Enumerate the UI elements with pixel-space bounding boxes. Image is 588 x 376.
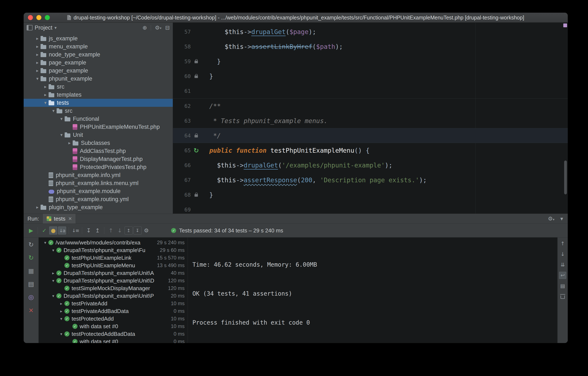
project-tree-item[interactable]: ▾tests bbox=[24, 99, 173, 107]
editor-line[interactable]: 57 $this->drupalGet($page); bbox=[173, 24, 568, 39]
chevron-right-icon[interactable]: ▸ bbox=[34, 36, 41, 41]
next-failed-test-icon[interactable]: ↓ bbox=[116, 226, 124, 234]
pin-tab-icon[interactable]: ◎ bbox=[27, 293, 35, 301]
test-tree-item[interactable]: ✓testPhpUnitExampleLink15 s 570 ms bbox=[39, 254, 188, 262]
import-test-results-icon[interactable]: ↧ bbox=[134, 226, 142, 234]
editor-line[interactable]: 68 } bbox=[173, 187, 568, 202]
chevron-right-icon[interactable]: ▸ bbox=[42, 92, 49, 97]
test-tree-item[interactable]: ✓with data set #00 ms bbox=[39, 338, 188, 343]
navigate-down-icon[interactable]: ↓ bbox=[559, 251, 566, 258]
collapse-all-icon[interactable]: ↥ bbox=[94, 226, 102, 234]
chevron-down-icon[interactable]: ▾ bbox=[50, 248, 56, 253]
project-tree-item[interactable]: ▾Unit bbox=[24, 131, 173, 139]
chevron-right-icon[interactable]: ▸ bbox=[34, 60, 41, 65]
project-tree-item[interactable]: ProtectedPrivatesTest.php bbox=[24, 163, 173, 171]
test-tree-item[interactable]: ▾✓Drupal\Tests\phpunit_example\Fu29 s 60… bbox=[39, 246, 188, 254]
close-tab-icon[interactable]: × bbox=[68, 215, 72, 222]
chevron-right-icon[interactable]: ▸ bbox=[34, 44, 41, 49]
project-tree-item[interactable]: ▾phpunit_example bbox=[24, 75, 173, 83]
hide-panel-icon[interactable]: ▾ bbox=[560, 215, 563, 222]
stop-icon[interactable]: ■ bbox=[27, 267, 35, 275]
run-tab-tests[interactable]: tests × bbox=[43, 214, 76, 223]
project-tree-item[interactable]: ▸js_example bbox=[24, 34, 173, 43]
editor-scrollbar[interactable] bbox=[564, 161, 567, 194]
project-tree-item[interactable]: ▸menu_example bbox=[24, 43, 173, 51]
close-window-button[interactable] bbox=[28, 15, 33, 20]
chevron-down-icon[interactable]: ▾ bbox=[34, 76, 41, 81]
editor-line[interactable]: 63 * Tests phpunit_example menus. bbox=[173, 113, 568, 128]
zoom-window-button[interactable] bbox=[45, 15, 50, 20]
editor-line[interactable]: 62 /** bbox=[173, 98, 568, 113]
locate-file-icon[interactable]: ⊕ bbox=[143, 24, 147, 31]
project-tree-item[interactable]: ▾src bbox=[24, 107, 173, 115]
test-tree-item[interactable]: ▸✓Drupal\Tests\phpunit_example\Unit\A40 … bbox=[39, 269, 188, 277]
show-ignored-icon[interactable]: ● bbox=[49, 226, 57, 234]
chevron-down-icon[interactable]: ▾ bbox=[42, 240, 48, 245]
minimize-window-button[interactable] bbox=[36, 15, 42, 20]
chevron-down-icon[interactable]: ▾ bbox=[58, 316, 64, 321]
export-test-results-icon[interactable]: ↥ bbox=[125, 226, 133, 234]
editor-line[interactable]: 59 } bbox=[173, 54, 568, 69]
sort-alphabetically-icon[interactable]: ↓a bbox=[58, 226, 66, 234]
rerun-icon[interactable]: ↻ bbox=[27, 241, 35, 248]
test-console-output[interactable]: Time: 46.62 seconds, Memory: 6.00MBOK (3… bbox=[188, 237, 557, 343]
test-tree-item[interactable]: ▾✓/var/www/web/modules/contrib/exa29 s 2… bbox=[39, 239, 188, 246]
navigate-up-icon[interactable]: ↑ bbox=[559, 240, 566, 247]
project-tree-item[interactable]: ▸pager_example bbox=[24, 66, 173, 75]
project-tree-item[interactable]: ▸plugin_type_example bbox=[24, 203, 173, 211]
project-tree-item[interactable]: phpunit_example.info.yml bbox=[24, 171, 173, 179]
test-tree-item[interactable]: ✓testPhpUnitExampleMenu13 s 490 ms bbox=[39, 262, 188, 269]
editor-line[interactable]: 64 */ bbox=[173, 128, 568, 143]
close-icon[interactable]: × bbox=[27, 306, 35, 314]
collapse-all-icon[interactable]: ⊟ bbox=[165, 24, 170, 31]
print-icon[interactable]: ▤ bbox=[559, 282, 566, 289]
run-test-gutter-icon[interactable]: ↻ bbox=[193, 147, 199, 154]
editor-line[interactable]: 67 $this->assertResponse(200, 'Descripti… bbox=[173, 173, 568, 187]
chevron-right-icon[interactable]: ▸ bbox=[34, 68, 41, 73]
chevron-right-icon[interactable]: ▸ bbox=[66, 140, 73, 145]
console-output-icon[interactable]: ▤ bbox=[27, 280, 35, 288]
test-tree-item[interactable]: ✓testSimpleMockDisplayManager120 ms bbox=[39, 284, 188, 292]
chevron-down-icon[interactable]: ▾ bbox=[58, 116, 65, 122]
settings-icon[interactable]: ⚙▾ bbox=[155, 24, 161, 31]
editor-line[interactable]: 60 } bbox=[173, 69, 568, 84]
chevron-down-icon[interactable]: ▾ bbox=[58, 332, 64, 336]
project-tree-item[interactable]: ▸Subclasses bbox=[24, 139, 173, 147]
project-tree-item[interactable]: AddClassTest.php bbox=[24, 147, 173, 155]
rerun-failed-tests-icon[interactable]: ↻ bbox=[27, 254, 35, 262]
project-tree-item[interactable]: ▸node_type_example bbox=[24, 51, 173, 59]
project-tree-item[interactable]: ▸page_example bbox=[24, 59, 173, 66]
project-tree-item[interactable]: ▸templates bbox=[24, 91, 173, 99]
chevron-right-icon[interactable]: ▸ bbox=[58, 309, 64, 314]
chevron-down-icon[interactable]: ▾ bbox=[42, 100, 49, 105]
project-tree-item[interactable]: ▸src bbox=[24, 83, 173, 91]
chevron-right-icon[interactable]: ▸ bbox=[34, 205, 41, 210]
chevron-down-icon[interactable]: ▾ bbox=[58, 133, 65, 137]
test-tree-item[interactable]: ▸✓testPrivateAdd10 ms bbox=[39, 300, 188, 307]
project-tree-item[interactable]: PHPUnitExampleMenuTest.php bbox=[24, 123, 173, 131]
chevron-right-icon[interactable]: ▸ bbox=[34, 52, 41, 57]
editor-line[interactable]: 58 $this->assertLinkByHref($path); bbox=[173, 39, 568, 54]
gutter-run-icon[interactable]: ↻ bbox=[191, 147, 202, 154]
test-tree-item[interactable]: ▾✓testProtectedAddBadData0 ms bbox=[39, 330, 188, 338]
rerun-tests-icon[interactable]: ▶ bbox=[27, 226, 35, 234]
editor-line[interactable]: 66 $this->drupalGet('/examples/phpunit-e… bbox=[173, 158, 568, 173]
expand-all-icon[interactable]: ↧ bbox=[85, 226, 93, 234]
show-passed-icon[interactable]: ✓ bbox=[40, 226, 48, 234]
soft-wrap-icon[interactable]: ↩ bbox=[559, 272, 566, 279]
chevron-right-icon[interactable]: ▸ bbox=[58, 301, 64, 306]
test-tree-item[interactable]: ▾✓Drupal\Tests\phpunit_example\Unit\P20 … bbox=[39, 292, 188, 300]
project-tree-item[interactable]: phpunit_example.module bbox=[24, 187, 173, 195]
settings-icon[interactable]: ⚙▾ bbox=[548, 215, 554, 222]
test-tree-item[interactable]: ▾✓testProtectedAdd10 ms bbox=[39, 315, 188, 322]
test-tree-item[interactable]: ▾✓Drupal\Tests\phpunit_example\Unit\D120… bbox=[39, 277, 188, 284]
chevron-down-icon[interactable]: ▾ bbox=[54, 25, 57, 30]
editor-line[interactable]: 61 bbox=[173, 84, 568, 98]
titlebar[interactable]: drupal-testing-workshop [~/Code/os/drupa… bbox=[24, 13, 568, 23]
chevron-right-icon[interactable]: ▸ bbox=[42, 84, 49, 89]
test-tree-item[interactable]: ▸✓testPrivateAddBadData0 ms bbox=[39, 307, 188, 315]
editor-line[interactable]: 65↻ public function testPhpUnitExampleMe… bbox=[173, 143, 568, 158]
project-tree-item[interactable]: phpunit_example.links.menu.yml bbox=[24, 179, 173, 187]
test-tree-item[interactable]: ✓with data set #010 ms bbox=[39, 322, 188, 330]
test-runner-settings-icon[interactable]: ⚙ bbox=[142, 226, 150, 234]
